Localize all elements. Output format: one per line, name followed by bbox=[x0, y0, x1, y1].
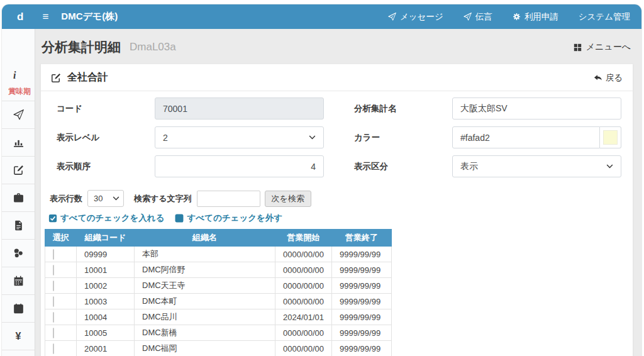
paper-plane-icon bbox=[388, 13, 396, 21]
check-all-label: すべてのチェックを入れる bbox=[60, 213, 164, 224]
search-string-label: 検索する文字列 bbox=[134, 193, 192, 204]
nav-link-memo[interactable]: 伝言 bbox=[464, 11, 492, 23]
table-row: 10003 DMC本町 0000/00/00 9999/99/99 bbox=[45, 294, 392, 309]
code-field[interactable] bbox=[155, 97, 324, 120]
sidebar-item-yen[interactable]: ¥ bbox=[2, 323, 35, 350]
org-name-cell: DMC阿倍野 bbox=[135, 262, 275, 278]
nav-link-usage-request[interactable]: 利用申請 bbox=[513, 11, 558, 23]
search-input[interactable] bbox=[197, 191, 260, 207]
sidebar-item-calendar-check[interactable] bbox=[2, 295, 35, 323]
org-name-cell: DMC品川 bbox=[135, 309, 275, 325]
org-code-cell: 10001 bbox=[77, 262, 135, 278]
briefcase-icon bbox=[13, 192, 24, 203]
grid-icon bbox=[574, 43, 582, 52]
page-code: DmaL03a bbox=[130, 41, 176, 53]
info-icon: i bbox=[13, 70, 16, 81]
search-next-button[interactable]: 次を検索 bbox=[265, 191, 311, 207]
back-link[interactable]: 戻る bbox=[594, 72, 623, 84]
menu-link-label: メニューへ bbox=[586, 42, 631, 53]
org-name-cell: DMC本町 bbox=[135, 294, 275, 309]
open-date-cell: 0000/00/00 bbox=[275, 278, 332, 294]
check-all-link[interactable]: すべてのチェックを入れる bbox=[48, 213, 164, 224]
row-checkbox[interactable] bbox=[53, 312, 54, 323]
display-level-label: 表示レベル bbox=[44, 132, 155, 143]
analysis-name-label: 分析集計名 bbox=[341, 103, 452, 114]
main-content: 分析集計明細 DmaL03a メニューへ 全社合計 戻る bbox=[35, 29, 641, 356]
nav-link-label: メッセージ bbox=[400, 11, 443, 23]
sidebar-item-send[interactable] bbox=[2, 101, 35, 129]
bar-chart-icon bbox=[13, 137, 24, 148]
reply-arrow-icon bbox=[594, 74, 602, 82]
close-date-cell: 9999/99/99 bbox=[332, 247, 392, 262]
nav-link-system-admin[interactable]: システム管理 bbox=[579, 11, 630, 23]
sidebar-item-coins[interactable] bbox=[2, 240, 35, 267]
open-date-cell: 0000/00/00 bbox=[275, 325, 332, 341]
sidebar-item-document[interactable] bbox=[2, 212, 35, 240]
uncheck-all-label: すべてのチェックを外す bbox=[187, 213, 282, 224]
app-logo[interactable]: d bbox=[17, 11, 23, 23]
table-row: 10001 DMC阿倍野 0000/00/00 9999/99/99 bbox=[45, 262, 392, 278]
list-controls: 表示行数 30 検索する文字列 次を検索 bbox=[50, 190, 621, 207]
color-swatch-box[interactable] bbox=[600, 126, 621, 148]
rows-per-page-select[interactable]: 30 bbox=[87, 190, 124, 207]
nav-link-label: 伝言 bbox=[475, 11, 492, 23]
uncheck-all-link[interactable]: すべてのチェックを外す bbox=[175, 213, 282, 224]
close-date-cell: 9999/99/99 bbox=[332, 341, 392, 356]
edit-icon bbox=[51, 73, 61, 83]
paper-plane-icon bbox=[464, 13, 472, 21]
display-level-select[interactable]: 2 bbox=[155, 126, 324, 148]
row-checkbox[interactable] bbox=[53, 265, 54, 275]
panel-header: 全社合計 戻る bbox=[41, 64, 633, 91]
display-kubun-select[interactable]: 表示 bbox=[452, 155, 621, 177]
nav-link-label: 利用申請 bbox=[525, 11, 558, 23]
open-date-cell: 0000/00/00 bbox=[275, 262, 332, 278]
org-name-cell: DMC新橋 bbox=[135, 325, 275, 341]
row-checkbox[interactable] bbox=[53, 343, 54, 354]
org-code-cell: 10003 bbox=[77, 294, 135, 309]
sidebar-item-calendar[interactable] bbox=[2, 267, 35, 295]
row-checkbox[interactable] bbox=[53, 328, 54, 338]
row-checkbox[interactable] bbox=[53, 281, 54, 291]
table-row: 20001 DMC福岡 0000/00/00 9999/99/99 bbox=[45, 341, 392, 356]
table-header-row: 選択 組織コード 組織名 営業開始 営業終了 bbox=[45, 230, 392, 247]
page-header: 分析集計明細 DmaL03a メニューへ bbox=[35, 29, 641, 64]
app-window: d ≡ DMCデモ(株) メッセージ 伝言 利用申請 システム管理 i bbox=[1, 4, 642, 356]
org-name-cell: DMC福岡 bbox=[135, 341, 275, 356]
open-date-cell: 0000/00/00 bbox=[275, 341, 332, 356]
close-date-cell: 9999/99/99 bbox=[332, 262, 392, 278]
row-checkbox[interactable] bbox=[53, 296, 54, 307]
code-label: コード bbox=[44, 103, 155, 114]
calendar-icon bbox=[13, 275, 24, 286]
org-code-cell: 10004 bbox=[77, 309, 135, 325]
detail-panel: 全社合計 戻る コード 分析集計名 bbox=[40, 64, 633, 356]
sidebar-item-analytics[interactable] bbox=[2, 129, 35, 157]
col-header-open-date: 営業開始 bbox=[275, 230, 332, 247]
col-header-close-date: 営業終了 bbox=[332, 230, 392, 247]
sidebar-item-info[interactable]: i 賞味期 bbox=[2, 29, 35, 101]
display-kubun-label: 表示区分 bbox=[341, 161, 452, 172]
hamburger-menu-icon[interactable]: ≡ bbox=[42, 11, 48, 22]
sidebar-item-briefcase[interactable] bbox=[2, 184, 35, 212]
nav-link-messages[interactable]: メッセージ bbox=[388, 11, 443, 23]
close-date-cell: 9999/99/99 bbox=[332, 325, 392, 341]
panel-title: 全社合計 bbox=[67, 71, 108, 84]
yen-icon: ¥ bbox=[16, 331, 21, 342]
detail-form: コード 分析集計名 表示レベル 2 bbox=[44, 97, 621, 177]
close-date-cell: 9999/99/99 bbox=[332, 309, 392, 325]
chevron-down-icon bbox=[606, 164, 613, 169]
table-row: 10002 DMC天王寺 0000/00/00 9999/99/99 bbox=[45, 278, 392, 294]
color-field[interactable] bbox=[452, 126, 600, 148]
back-link-label: 戻る bbox=[606, 72, 623, 84]
table-row: 09999 本部 0000/00/00 9999/99/99 bbox=[45, 247, 392, 262]
sidebar-item-briefcase-2[interactable] bbox=[2, 350, 35, 356]
display-order-label: 表示順序 bbox=[44, 161, 155, 172]
col-header-select: 選択 bbox=[45, 230, 77, 247]
analysis-name-field[interactable] bbox=[452, 97, 621, 120]
top-navbar: d ≡ DMCデモ(株) メッセージ 伝言 利用申請 システム管理 bbox=[2, 4, 641, 29]
menu-link[interactable]: メニューへ bbox=[574, 42, 631, 53]
document-icon bbox=[13, 220, 24, 231]
sidebar-item-edit[interactable] bbox=[2, 157, 35, 184]
display-order-field[interactable] bbox=[155, 155, 324, 177]
sidebar-alert-label: 賞味期 bbox=[8, 86, 31, 97]
row-checkbox[interactable] bbox=[53, 249, 54, 260]
